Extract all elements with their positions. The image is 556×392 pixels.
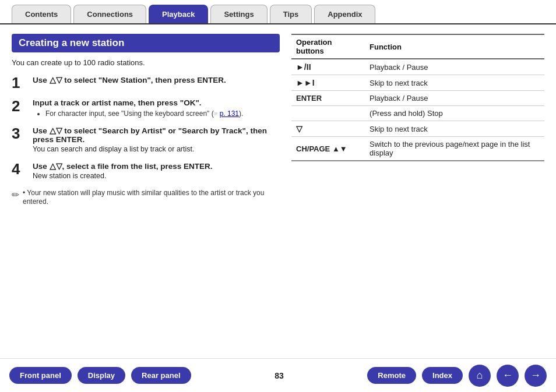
op-fn-play-pause: Playback / Pause (365, 59, 544, 75)
step-3-main: Use △▽ to select "Search by Artist" or "… (33, 126, 280, 144)
op-fn-down: Skip to next track (365, 121, 544, 137)
left-column: Creating a new station You can create up… (12, 34, 280, 348)
op-btn-skip: ►►I (291, 75, 365, 91)
forward-button[interactable]: → (525, 365, 547, 387)
tab-appendix[interactable]: Appendix (314, 5, 375, 23)
tab-settings[interactable]: Settings (210, 5, 267, 23)
step-2-number: 2 (12, 98, 28, 114)
table-row: ►►I Skip to next track (291, 75, 544, 91)
step-4: 4 Use △▽, select a file from the list, p… (12, 161, 280, 180)
tab-playback[interactable]: Playback (149, 5, 208, 23)
table-row: ▽ Skip to next track (291, 121, 544, 137)
index-button[interactable]: Index (422, 367, 463, 384)
step-1-main: Use △▽ to select "New Station", then pre… (33, 75, 280, 84)
table-row: ENTER Playback / Pause (291, 91, 544, 106)
op-fn-enter-play: Playback / Pause (365, 91, 544, 106)
step-2-sub: For character input, see "Using the keyb… (45, 110, 280, 118)
op-fn-enter-stop: (Press and hold) Stop (365, 106, 544, 121)
op-btn-play-pause: ►/II (291, 59, 365, 75)
footer: Front panel Display Rear panel 83 Remote… (0, 358, 556, 392)
step-4-note: New station is created. (33, 172, 280, 180)
table-row: CH/PAGE ▲▼ Switch to the previous page/n… (291, 137, 544, 161)
col-header-fn: Function (365, 34, 544, 59)
op-btn-down: ▽ (291, 121, 365, 137)
step-3-note: You can search and display a list by tra… (33, 145, 280, 153)
col-header-btn: Operation buttons (291, 34, 365, 59)
op-btn-enter-hold (291, 106, 365, 121)
rear-panel-button[interactable]: Rear panel (131, 367, 191, 384)
back-icon: ← (502, 369, 513, 382)
step-2-link[interactable]: p. 131 (220, 110, 239, 118)
back-button[interactable]: ← (497, 365, 519, 387)
step-1: 1 Use △▽ to select "New Station", then p… (12, 75, 280, 90)
tabs-bar: Contents Connections Playback Settings T… (0, 0, 556, 24)
right-column: Operation buttons Function ►/II Playback… (291, 34, 544, 348)
table-row: ►/II Playback / Pause (291, 59, 544, 75)
section-title: Creating a new station (12, 34, 280, 52)
step-4-number: 4 (12, 161, 28, 176)
step-2: 2 Input a track or artist name, then pre… (12, 98, 280, 118)
forward-icon: → (530, 369, 541, 382)
tab-tips[interactable]: Tips (270, 5, 312, 23)
operation-table: Operation buttons Function ►/II Playback… (291, 34, 544, 161)
step-2-main: Input a track or artist name, then press… (33, 98, 280, 107)
note-section: ✏ • Your new station will play music wit… (12, 188, 280, 206)
op-fn-skip: Skip to next track (365, 75, 544, 91)
op-btn-chpage: CH/PAGE ▲▼ (291, 137, 365, 161)
op-btn-enter: ENTER (291, 91, 365, 106)
tab-contents[interactable]: Contents (12, 5, 71, 23)
step-4-main: Use △▽, select a file from the list, pre… (33, 161, 280, 171)
step-1-number: 1 (12, 75, 28, 90)
op-fn-chpage: Switch to the previous page/next page in… (365, 137, 544, 161)
page-number: 83 (197, 371, 362, 380)
remote-button[interactable]: Remote (367, 367, 416, 384)
intro-text: You can create up to 100 radio stations. (12, 58, 280, 67)
home-icon: ⌂ (477, 369, 483, 382)
step-3-number: 3 (12, 126, 28, 141)
step-3: 3 Use △▽ to select "Search by Artist" or… (12, 126, 280, 153)
table-row: (Press and hold) Stop (291, 106, 544, 121)
pencil-icon: ✏ (12, 189, 19, 200)
tab-connections[interactable]: Connections (73, 5, 146, 23)
main-content: Creating a new station You can create up… (0, 24, 556, 354)
note-body: Your new station will play music with si… (23, 189, 264, 206)
display-button[interactable]: Display (78, 367, 125, 384)
home-button[interactable]: ⌂ (469, 365, 491, 387)
front-panel-button[interactable]: Front panel (9, 367, 72, 384)
step-2-bullets: For character input, see "Using the keyb… (38, 110, 280, 118)
